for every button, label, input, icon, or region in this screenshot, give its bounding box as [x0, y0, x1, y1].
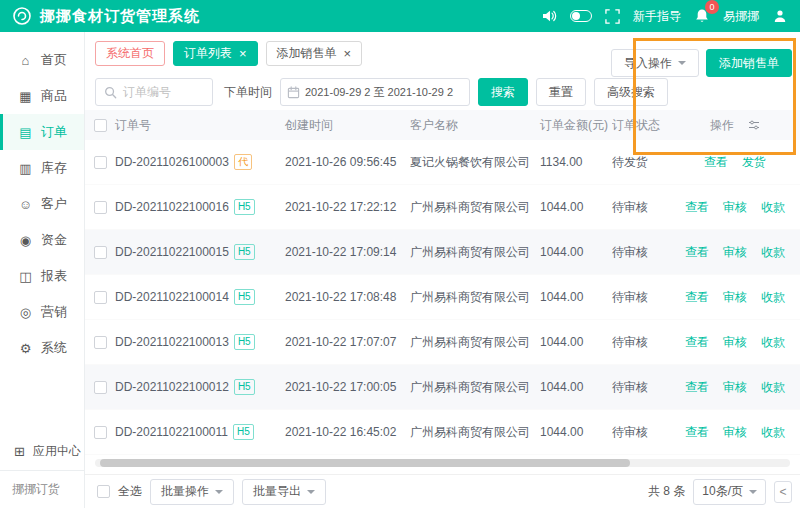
action-view-link[interactable]: 查看: [685, 244, 709, 261]
chevron-down-icon: [678, 61, 686, 65]
search-icon: [104, 86, 117, 99]
action-view-link[interactable]: 查看: [685, 379, 709, 396]
action-audit-link[interactable]: 审核: [723, 424, 747, 441]
row-actions: 查看审核收款: [670, 424, 800, 441]
action-collect-link[interactable]: 收款: [761, 379, 785, 396]
action-collect-link[interactable]: 收款: [761, 334, 785, 351]
fullscreen-icon[interactable]: [605, 9, 620, 24]
total-count: 共 8 条: [648, 483, 685, 500]
order-source-badge: H5: [234, 289, 255, 305]
sidebar-item-marketing[interactable]: ◎ 营销: [0, 294, 84, 330]
sidebar-item-goods[interactable]: ▦ 商品: [0, 78, 84, 114]
batch-export-dropdown[interactable]: 批量导出: [242, 479, 326, 505]
close-icon[interactable]: ×: [239, 47, 247, 60]
customer-name: 广州易科商贸有限公司: [410, 289, 540, 306]
sidebar: ⌂ 首页 ▦ 商品 ▤ 订单 ▥ 库存 ☺ 客户 ◉ 资金 ◫ 报表 ◎ 营销 …: [0, 32, 85, 508]
scrollbar-thumb[interactable]: [100, 459, 630, 467]
action-audit-link[interactable]: 审核: [723, 379, 747, 396]
action-ship-link[interactable]: 发货: [742, 154, 766, 171]
page-size-select[interactable]: 10条/页: [693, 479, 766, 505]
sidebar-item-app-center[interactable]: ⊞ 应用中心: [0, 433, 84, 470]
row-actions: 查看发货: [670, 154, 800, 171]
sidebar-item-orders[interactable]: ▤ 订单: [0, 114, 84, 150]
action-audit-link[interactable]: 审核: [723, 199, 747, 216]
created-time: 2021-10-26 09:56:45: [285, 155, 410, 169]
notification-bell-icon[interactable]: 0: [694, 8, 710, 24]
order-no-input[interactable]: 订单编号: [95, 78, 213, 106]
column-settings-icon[interactable]: [748, 119, 760, 131]
col-header-amount: 订单金额(元): [540, 117, 612, 134]
row-checkbox[interactable]: [94, 156, 107, 169]
action-collect-link[interactable]: 收款: [761, 199, 785, 216]
notification-badge: 0: [705, 0, 719, 14]
row-checkbox[interactable]: [94, 426, 107, 439]
sidebar-item-label: 库存: [41, 159, 67, 177]
tab-order-list[interactable]: 订单列表 ×: [173, 41, 258, 66]
sidebar-item-label: 资金: [41, 231, 67, 249]
search-button[interactable]: 搜索: [478, 78, 528, 106]
toggle-switch[interactable]: [570, 10, 592, 22]
sound-icon[interactable]: [541, 8, 557, 24]
sidebar-item-label: 系统: [41, 339, 67, 357]
sidebar-item-system[interactable]: ⚙ 系统: [0, 330, 84, 366]
sidebar-menu: ⌂ 首页 ▦ 商品 ▤ 订单 ▥ 库存 ☺ 客户 ◉ 资金 ◫ 报表 ◎ 营销 …: [0, 32, 84, 366]
table-row: DD-20211022100015 H5 2021-10-22 17:09:14…: [85, 230, 800, 275]
sidebar-item-funds[interactable]: ◉ 资金: [0, 222, 84, 258]
action-audit-link[interactable]: 审核: [723, 334, 747, 351]
action-view-link[interactable]: 查看: [685, 334, 709, 351]
app-logo-icon: [12, 6, 32, 26]
username[interactable]: 易挪挪: [723, 8, 759, 25]
order-amount: 1044.00: [540, 425, 612, 439]
newbie-guide-link[interactable]: 新手指导: [633, 8, 681, 25]
batch-action-dropdown[interactable]: 批量操作: [150, 479, 234, 505]
action-view-link[interactable]: 查看: [685, 289, 709, 306]
order-source-badge: 代: [234, 154, 252, 170]
row-checkbox[interactable]: [94, 291, 107, 304]
action-view-link[interactable]: 查看: [704, 154, 728, 171]
action-collect-link[interactable]: 收款: [761, 424, 785, 441]
row-checkbox[interactable]: [94, 201, 107, 214]
add-sale-button[interactable]: 添加销售单: [706, 49, 792, 77]
created-time: 2021-10-22 16:45:02: [285, 425, 410, 439]
sidebar-item-home[interactable]: ⌂ 首页: [0, 42, 84, 78]
funds-icon: ◉: [18, 233, 33, 248]
sidebar-item-stock[interactable]: ▥ 库存: [0, 150, 84, 186]
order-time-label: 下单时间: [224, 84, 272, 101]
sidebar-item-customers[interactable]: ☺ 客户: [0, 186, 84, 222]
import-dropdown[interactable]: 导入操作: [611, 49, 699, 77]
order-number: DD-20211026100003: [115, 155, 229, 169]
select-all-checkbox[interactable]: [94, 119, 107, 132]
sidebar-brand: 挪挪订货: [0, 470, 84, 508]
sidebar-item-reports[interactable]: ◫ 报表: [0, 258, 84, 294]
table-row: DD-20211022100011 H5 2021-10-22 16:45:02…: [85, 410, 800, 455]
advanced-search-button[interactable]: 高级搜索: [594, 78, 668, 106]
sidebar-item-label: 商品: [41, 87, 67, 105]
date-range-input[interactable]: 2021-09-29 2 至 2021-10-29 2: [280, 78, 470, 106]
tab-system-home[interactable]: 系统首页: [95, 41, 165, 66]
tab-add-sale[interactable]: 添加销售单 ×: [266, 41, 363, 66]
action-view-link[interactable]: 查看: [685, 199, 709, 216]
customer-name: 夏记火锅餐饮有限公司: [410, 154, 540, 171]
action-view-link[interactable]: 查看: [685, 424, 709, 441]
customer-name: 广州易科商贸有限公司: [410, 424, 540, 441]
select-all-label: 全选: [118, 483, 142, 500]
action-collect-link[interactable]: 收款: [761, 244, 785, 261]
prev-page-button[interactable]: <: [774, 481, 792, 503]
order-number: DD-20211022100015: [115, 245, 229, 259]
horizontal-scrollbar[interactable]: [95, 459, 790, 467]
select-all-footer-checkbox[interactable]: [97, 485, 110, 498]
action-collect-link[interactable]: 收款: [761, 289, 785, 306]
row-checkbox[interactable]: [94, 336, 107, 349]
reset-button[interactable]: 重置: [536, 78, 586, 106]
sidebar-bottom: ⊞ 应用中心 挪挪订货: [0, 433, 84, 508]
chevron-down-icon: [215, 490, 223, 494]
calendar-icon: [287, 86, 300, 99]
action-audit-link[interactable]: 审核: [723, 289, 747, 306]
close-icon[interactable]: ×: [344, 47, 352, 60]
action-audit-link[interactable]: 审核: [723, 244, 747, 261]
row-checkbox[interactable]: [94, 246, 107, 259]
order-source-badge: H5: [234, 379, 255, 395]
user-icon[interactable]: [772, 8, 788, 24]
table-header-row: 订单号 创建时间 客户名称 订单金额(元) 订单状态 操作: [85, 110, 800, 140]
row-checkbox[interactable]: [94, 381, 107, 394]
